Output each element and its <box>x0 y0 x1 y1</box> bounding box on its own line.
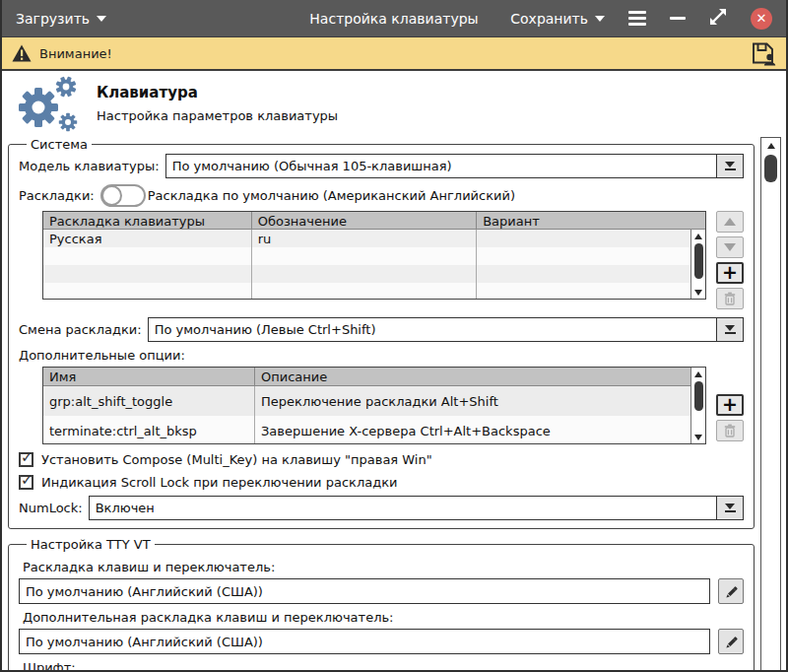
keyboard-model-label: Модель клавиатуры: <box>19 159 160 173</box>
layout-switch-value: По умолчанию (Левые Ctrl+Shift) <box>149 318 716 341</box>
layouts-table: Раскладка клавиатуры Обозначение Вариант… <box>42 211 706 300</box>
pencil-icon <box>723 634 739 649</box>
scroll-up-icon[interactable] <box>761 138 780 153</box>
cell-option-description: Завершение X-сервера Ctrl+Alt+Backspace <box>255 416 705 444</box>
scrollbar-thumb[interactable] <box>694 381 703 411</box>
system-section-legend: Система <box>27 137 92 152</box>
dropdown-arrow-button[interactable] <box>716 497 743 519</box>
load-menu-button[interactable]: Загрузить <box>16 11 106 27</box>
dropdown-arrow-button[interactable] <box>716 318 743 341</box>
compose-checkbox-label: Установить Compose (Multi_Key) на клавиш… <box>41 452 432 467</box>
scroll-down-icon[interactable] <box>691 286 705 299</box>
save-menu-button[interactable]: Сохранить <box>510 11 605 27</box>
main-scrollbar[interactable] <box>760 137 781 672</box>
table-row[interactable]: terminate:ctrl_alt_bksp Завершение X-сер… <box>43 416 705 444</box>
column-header: Имя <box>43 368 255 385</box>
scrolllock-checkbox[interactable]: ✓ <box>19 475 33 490</box>
scrollbar-thumb[interactable] <box>764 155 777 182</box>
save-menu-label: Сохранить <box>510 11 588 27</box>
close-icon: ✕ <box>756 12 767 25</box>
numlock-select[interactable]: Включен <box>89 496 744 520</box>
toggle-knob <box>101 185 122 206</box>
titlebar: Настройка клавиатуры Загрузить Сохранить… <box>2 0 786 36</box>
minimize-icon <box>670 17 686 20</box>
column-header: Раскладка клавиатуры <box>43 212 252 229</box>
warning-save-button[interactable] <box>751 41 776 66</box>
maximize-button[interactable] <box>709 8 727 30</box>
tty-layout-label: Раскладка клавиш и переключатель: <box>23 560 744 574</box>
close-button[interactable]: ✕ <box>751 8 772 30</box>
numlock-row: NumLock: Включен <box>19 496 744 520</box>
layouts-default-toggle[interactable] <box>100 184 146 207</box>
scrollbar-thumb[interactable] <box>694 243 703 279</box>
scrolllock-checkbox-row: ✓ Индикация Scroll Lock при переключении… <box>19 475 744 490</box>
load-menu-label: Загрузить <box>16 11 90 27</box>
tty-extra-layout-label: Дополнительная раскладка клавиш и перекл… <box>23 610 744 625</box>
edit-tty-extra-layout-button[interactable] <box>718 629 744 654</box>
tty-font-label: Шрифт: <box>23 660 744 672</box>
column-header: Обозначение <box>252 212 477 229</box>
tty-layout-field[interactable]: По умолчанию (Английский (США)) <box>19 578 710 604</box>
chevron-down-icon <box>595 16 605 22</box>
scroll-up-icon[interactable] <box>691 230 705 242</box>
cell-layout-code: ru <box>252 230 477 247</box>
table-row[interactable]: Русская ru <box>43 230 705 247</box>
plus-icon: + <box>722 263 738 282</box>
trash-icon <box>723 292 737 305</box>
layouts-label: Раскладки: <box>19 188 95 203</box>
tty-section: Настройка TTY VT Раскладка клавиш и пере… <box>8 537 755 672</box>
table-row[interactable]: grp:alt_shift_toggle Переключение раскла… <box>43 386 705 416</box>
warning-banner: Внимание! <box>2 36 786 71</box>
tty-extra-layout-row: По умолчанию (Английский (США)) <box>19 629 744 654</box>
cell-option-name: grp:alt_shift_toggle <box>43 386 255 416</box>
chevron-down-icon <box>97 16 106 22</box>
menu-button[interactable] <box>628 11 646 26</box>
check-icon: ✓ <box>21 448 33 466</box>
expand-icon <box>709 8 727 26</box>
empty-row <box>43 283 705 300</box>
cell-option-description: Переключение раскладки Alt+Shift <box>255 386 705 416</box>
compose-checkbox[interactable]: ✓ <box>19 452 33 467</box>
chevron-down-icon <box>725 162 735 168</box>
cell-layout-variant <box>477 230 705 247</box>
minimize-button[interactable] <box>670 17 686 20</box>
numlock-label: NumLock: <box>19 501 83 515</box>
keyboard-model-select[interactable]: По умолчанию (Обычная 105-клавишная) <box>165 154 744 178</box>
dropdown-arrow-button[interactable] <box>716 155 743 177</box>
add-layout-button[interactable]: + <box>716 262 744 284</box>
pencil-icon <box>723 583 739 599</box>
plus-icon: + <box>722 395 738 414</box>
add-option-button[interactable]: + <box>716 394 744 416</box>
layouts-table-scrollbar[interactable] <box>690 230 705 299</box>
down-arrow-icon <box>724 243 736 251</box>
move-up-button[interactable] <box>716 211 744 233</box>
check-icon: ✓ <box>21 471 33 489</box>
trash-icon <box>723 424 737 437</box>
delete-option-button[interactable] <box>716 420 744 441</box>
chevron-down-icon <box>725 504 735 509</box>
tty-extra-layout-field[interactable]: По умолчанию (Английский (США)) <box>19 629 710 654</box>
warning-text: Внимание! <box>39 46 112 61</box>
edit-tty-layout-button[interactable] <box>718 578 744 604</box>
cell-option-name: terminate:ctrl_alt_bksp <box>43 416 255 444</box>
page-title: Клавиатура <box>97 84 338 101</box>
numlock-value: Включен <box>90 497 716 519</box>
page-subtitle: Настройка параметров клавиатуры <box>97 108 338 123</box>
scroll-down-icon[interactable] <box>691 431 705 443</box>
layout-switch-row: Смена раскладки: По умолчанию (Левые Ctr… <box>19 317 744 342</box>
layout-switch-select[interactable]: По умолчанию (Левые Ctrl+Shift) <box>148 317 744 342</box>
delete-layout-button[interactable] <box>716 288 744 309</box>
options-table-scrollbar[interactable] <box>690 368 705 443</box>
column-header: Описание <box>255 368 705 385</box>
chevron-down-icon <box>725 325 735 331</box>
layouts-row: Раскладки: Раскладка по умолчанию (Амери… <box>19 184 744 207</box>
column-header: Вариант <box>477 212 705 229</box>
scroll-up-icon[interactable] <box>691 368 705 380</box>
compose-checkbox-row: ✓ Установить Compose (Multi_Key) на клав… <box>19 452 744 467</box>
warning-icon <box>12 44 32 62</box>
up-arrow-icon <box>724 218 736 226</box>
move-down-button[interactable] <box>716 236 744 258</box>
layouts-toggle-text: Раскладка по умолчанию (Американский Анг… <box>148 188 515 203</box>
empty-row <box>43 265 705 283</box>
keyboard-model-row: Модель клавиатуры: По умолчанию (Обычная… <box>19 154 744 178</box>
